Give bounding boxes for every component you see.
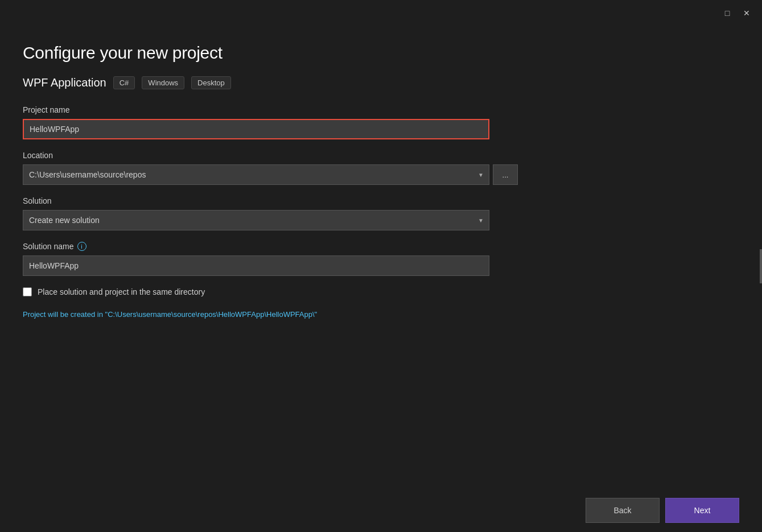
location-browse-button[interactable]: ... — [493, 164, 518, 185]
location-select[interactable]: C:\Users\username\source\repos — [23, 164, 489, 185]
project-name-label: Project name — [23, 105, 739, 114]
scroll-indicator — [760, 249, 762, 283]
footer: Back Next — [0, 489, 762, 532]
tag-csharp: C# — [113, 76, 135, 89]
close-button[interactable]: ✕ — [740, 7, 753, 19]
location-section: Location C:\Users\username\source\repos … — [23, 151, 739, 185]
back-button[interactable]: Back — [586, 498, 660, 523]
project-path-info: Project will be created in "C:\Users\use… — [23, 310, 739, 319]
solution-name-input[interactable] — [23, 255, 489, 276]
same-directory-row: Place solution and project in the same d… — [23, 287, 739, 296]
solution-name-label: Solution name i — [23, 242, 739, 251]
configure-project-window: □ ✕ Configure your new project WPF Appli… — [0, 0, 762, 532]
solution-label: Solution — [23, 196, 739, 205]
title-bar: □ ✕ — [0, 0, 762, 26]
solution-section: Solution Create new solution ▼ — [23, 196, 739, 230]
page-title: Configure your new project — [23, 43, 739, 63]
solution-name-section: Solution name i — [23, 242, 739, 276]
tag-desktop: Desktop — [191, 76, 231, 89]
solution-select[interactable]: Create new solution — [23, 210, 489, 230]
maximize-button[interactable]: □ — [721, 7, 734, 19]
same-directory-label[interactable]: Place solution and project in the same d… — [38, 287, 205, 296]
solution-select-wrapper: Create new solution ▼ — [23, 210, 489, 230]
location-row: C:\Users\username\source\repos ▼ ... — [23, 164, 739, 185]
main-content: Configure your new project WPF Applicati… — [0, 26, 762, 489]
solution-name-info-icon[interactable]: i — [77, 242, 87, 251]
project-type-name: WPF Application — [23, 76, 106, 89]
project-type-row: WPF Application C# Windows Desktop — [23, 76, 739, 89]
project-name-section: Project name — [23, 105, 739, 139]
location-label: Location — [23, 151, 739, 160]
tag-windows: Windows — [142, 76, 184, 89]
project-name-input[interactable] — [23, 119, 489, 139]
location-select-wrapper: C:\Users\username\source\repos ▼ — [23, 164, 489, 185]
next-button[interactable]: Next — [665, 498, 739, 523]
same-directory-checkbox[interactable] — [23, 287, 32, 296]
